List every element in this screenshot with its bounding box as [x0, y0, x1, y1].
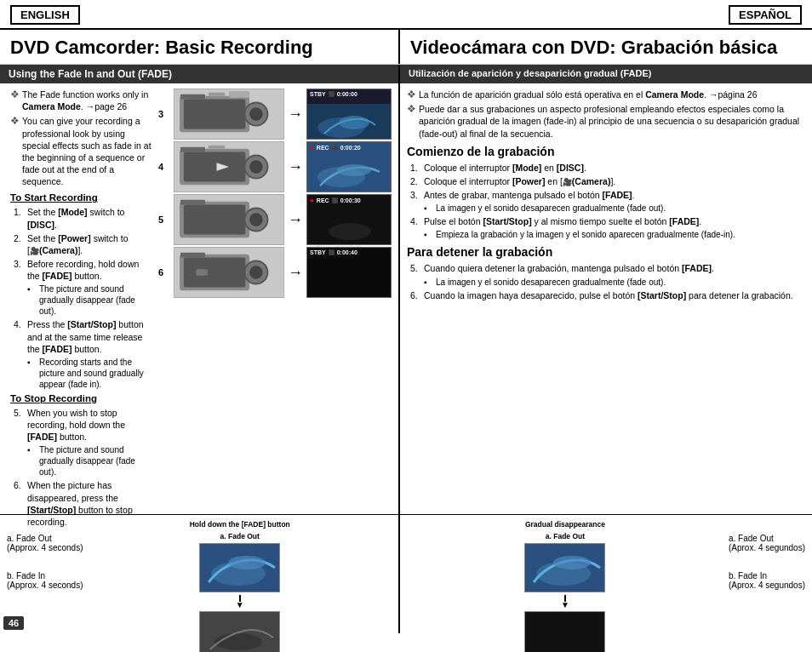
svg-rect-7 [229, 91, 249, 98]
start-recording-heading: To Start Recording [10, 192, 152, 203]
svg-point-21 [337, 164, 371, 176]
right-fade-out-image [524, 543, 605, 592]
left-panel: ❖ The Fade function works only in Camera… [0, 83, 400, 514]
es-start-2: 2. Coloque el interruptor [Power] en [🎥(… [410, 175, 805, 187]
right-fade-b-label: b. Fade In (Aprox. 4 segundos) [729, 571, 805, 590]
es-start-3: 3. Antes de grabar, mantenga pulsado el … [410, 189, 805, 201]
step-4-cam [174, 141, 284, 192]
step-6-status: STBY [310, 249, 326, 255]
svg-rect-37 [307, 259, 392, 297]
svg-rect-6 [209, 93, 225, 96]
svg-point-26 [249, 213, 262, 226]
right-panel: ❖ La función de aparición gradual sólo e… [400, 83, 812, 514]
main-title-row: DVD Camcorder: Basic Recording Videocáma… [0, 30, 812, 65]
svg-rect-24 [184, 205, 246, 235]
start-step-3-sub: ▪ The picture and sound gradually disapp… [27, 283, 152, 317]
section-headers: Using the Fade In and Out (FADE) Utiliza… [0, 65, 812, 83]
step-5-arrow: → [288, 211, 303, 229]
svg-point-15 [249, 160, 262, 173]
right-bullet-icon-2: ❖ [407, 103, 419, 115]
svg-rect-27 [180, 200, 205, 205]
fade-out-image [199, 543, 280, 592]
step-6-num: 6 [158, 267, 170, 277]
step-5-time: 0:00:30 [340, 197, 361, 203]
svg-point-42 [214, 633, 262, 650]
left-fade-a: a. Fade Out (Approx. 4 seconds) [7, 534, 83, 552]
right-down-arrow: ▼ [561, 595, 569, 609]
step-4-arrow: → [288, 158, 303, 176]
es-start-4: 4. Pulse el botón [Start/Stop] y al mism… [410, 215, 805, 227]
step-5-num: 5 [158, 214, 170, 225]
start-step-4-sub: ▪ Recording starts and the picture and s… [27, 357, 152, 390]
left-fade-b: b. Fade In (Approx. 4 seconds) [7, 571, 83, 590]
bottom-right-images: Gradual disappearance a. Fade Out [407, 520, 723, 652]
svg-rect-17 [209, 146, 225, 149]
svg-rect-32 [184, 258, 246, 288]
step-5-screen: ● REC ⬛ 0:00:30 [306, 194, 392, 245]
svg-rect-2 [184, 100, 246, 129]
step-5-row: 5 → [158, 194, 392, 245]
svg-point-40 [228, 556, 266, 569]
right-fade-labels: a. Fade Out (Aprox. 4 segundos) b. Fade … [729, 520, 805, 590]
step-4-row: 4 [158, 141, 392, 192]
stop-step-5-sub: ▪ The picture and sound gradually disapp… [27, 444, 152, 478]
right-bullet-icon-1: ❖ [407, 89, 419, 100]
svg-rect-13 [184, 152, 246, 182]
svg-point-45 [553, 556, 591, 569]
content-area: ❖ The Fade function works only in Camera… [0, 83, 812, 514]
bullet-icon-1: ❖ [10, 89, 22, 100]
svg-rect-35 [180, 253, 205, 258]
svg-rect-16 [180, 147, 205, 152]
hold-fade-label: Hold down the [FADE] button [190, 520, 290, 529]
left-fade-labels: a. Fade Out (Approx. 4 seconds) b. Fade … [7, 520, 83, 590]
svg-point-34 [249, 266, 262, 278]
bottom-left-images: Hold down the [FADE] button a. Fade Out [89, 520, 392, 652]
title-spanish-text: Videocámara con DVD: Grabación básica [410, 37, 802, 59]
right-fade-a-label: a. Fade Out (Aprox. 4 segundos) [729, 534, 805, 552]
start-step-2: 2. Set the [Power] switch to[🎥(Camera)]. [14, 232, 152, 256]
top-header: ENGLISH ESPAÑOL [0, 0, 812, 30]
step-3-arrow: → [288, 106, 303, 123]
es-stop-steps: 5. Cuando quiera detener la grabación, m… [407, 262, 805, 300]
right-bullet-1-text: La función de aparición gradual sólo est… [419, 89, 805, 100]
es-start-4-sub: ▪ Empieza la grabación y la imagen y el … [424, 229, 805, 240]
right-fade-out-label: a. Fade Out [546, 532, 585, 540]
step-4-screen: ● REC ⬛ 0:00:20 [306, 141, 392, 192]
left-bullet-2: ❖ You can give your recording a professi… [10, 115, 152, 187]
es-stop-6: 6. Cuando la imagen haya desaparecido, p… [410, 289, 805, 301]
stop-recording-heading: To Stop Recording [10, 393, 152, 403]
es-start-3-sub: ▪ La imagen y el sonido desaparecen grad… [424, 203, 805, 214]
es-start-steps: 1. Coloque el interruptor [Mode] en [DIS… [407, 162, 805, 241]
title-spanish: Videocámara con DVD: Grabación básica [400, 30, 812, 64]
lang-espanol: ESPAÑOL [729, 5, 802, 25]
step-6-cam [174, 247, 284, 298]
step-4-time: 0:00:20 [340, 145, 361, 151]
step-3-status: STBY [310, 91, 326, 97]
right-bullets: ❖ La función de aparición gradual sólo e… [407, 89, 805, 140]
fade-out-label-top: a. Fade Out [220, 532, 260, 540]
title-english: DVD Camcorder: Basic Recording [0, 30, 400, 64]
es-stop-heading: Para detener la grabación [407, 245, 805, 259]
step-3-screen-content [307, 104, 391, 139]
svg-rect-5 [180, 94, 205, 100]
fade-in-image [199, 611, 280, 652]
step-4-num: 4 [158, 162, 170, 172]
start-step-3: 3. Before recording, hold down the [FADE… [14, 258, 152, 282]
right-bullet-2-text: Puede dar a sus grabaciones un aspecto p… [419, 103, 805, 140]
es-start-1: 1. Coloque el interruptor [Mode] en [DIS… [410, 162, 805, 174]
page-wrapper: ENGLISH ESPAÑOL DVD Camcorder: Basic Rec… [0, 0, 812, 633]
step-4-status: REC [317, 145, 329, 151]
step-6-row: 6 → [158, 247, 392, 298]
left-text-content: ❖ The Fade function works only in Camera… [10, 89, 152, 529]
bullet-icon-2: ❖ [10, 115, 22, 127]
step-3-screen: STBY ⬛ 0:00:00 [306, 89, 392, 140]
step-6-time: 0:00:40 [337, 249, 357, 255]
step-6-screen: STBY ⬛ 0:00:40 [306, 247, 392, 298]
title-english-text: DVD Camcorder: Basic Recording [10, 37, 388, 59]
step-6-arrow: → [288, 264, 303, 282]
bottom-right-img-col: a. Fade Out ▼ [520, 532, 611, 652]
gradual-disappear-label: Gradual disappearance [525, 520, 605, 529]
right-bullet-2: ❖ Puede dar a sus grabaciones un aspecto… [407, 103, 805, 140]
start-steps: 1. Set the [Mode] switch to [DISC]. 2. S… [10, 206, 152, 390]
section-header-english: Using the Fade In and Out (FADE) [0, 65, 400, 83]
